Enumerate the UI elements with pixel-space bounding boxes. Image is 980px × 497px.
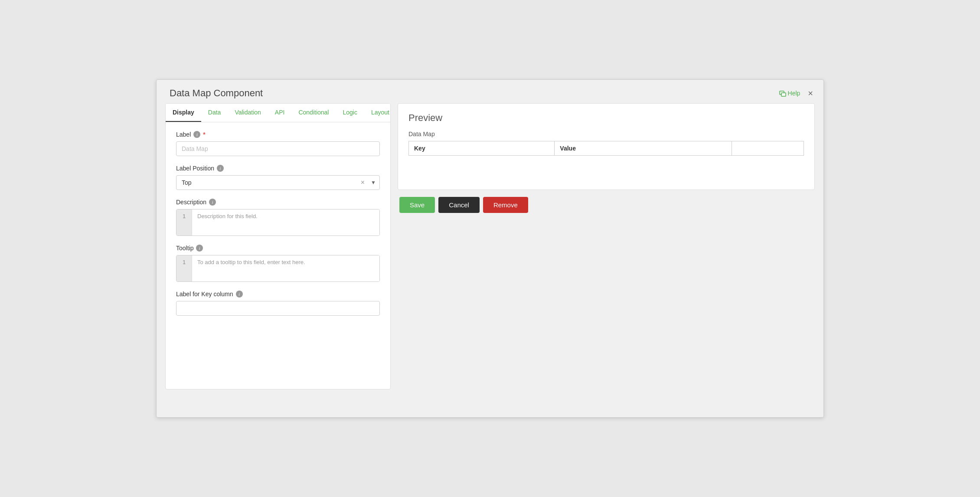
description-label: Description i	[176, 199, 380, 206]
help-label: Help	[788, 90, 800, 97]
tooltip-textarea-wrapper: 1 To add a tooltip to this field, enter …	[176, 255, 380, 282]
select-current-value: Top	[176, 176, 358, 190]
action-buttons: Save Cancel Remove	[398, 197, 815, 213]
preview-table: Key Value	[408, 141, 804, 156]
tooltip-label: Tooltip i	[176, 245, 380, 252]
tab-display[interactable]: Display	[166, 104, 201, 122]
preview-box: Preview Data Map Key Value	[398, 103, 815, 190]
label-help-icon[interactable]: i	[193, 131, 200, 138]
tab-logic[interactable]: Logic	[336, 104, 364, 122]
help-link[interactable]: Help	[779, 90, 800, 97]
label-field-label: Label i *	[176, 131, 380, 138]
tooltip-line-number: 1	[176, 255, 192, 281]
tab-display-content: Label i * Label Position i Top ×	[166, 122, 390, 333]
header-actions: Help ×	[779, 88, 815, 98]
remove-button[interactable]: Remove	[483, 197, 528, 213]
tooltip-form-group: Tooltip i 1 To add a tooltip to this fie…	[176, 245, 380, 282]
key-column-label-form-group: Label for Key column i	[176, 291, 380, 316]
cancel-button[interactable]: Cancel	[438, 197, 480, 213]
tooltip-help-icon[interactable]: i	[196, 245, 203, 252]
description-help-icon[interactable]: i	[209, 199, 216, 206]
tab-layout[interactable]: Layout	[364, 104, 391, 122]
select-clear-icon[interactable]: ×	[358, 179, 367, 186]
label-position-label: Label Position i	[176, 165, 380, 172]
right-panel: Preview Data Map Key Value Save	[398, 103, 815, 389]
tabs-container: Display Data Validation API Conditional …	[166, 104, 390, 122]
save-button[interactable]: Save	[399, 197, 435, 213]
select-dropdown-icon[interactable]: ▼	[367, 180, 379, 186]
tab-data[interactable]: Data	[201, 104, 228, 122]
preview-title: Preview	[408, 112, 804, 124]
preview-table-header-value: Value	[555, 141, 732, 156]
preview-component-label: Data Map	[408, 131, 804, 137]
tooltip-placeholder-text[interactable]: To add a tooltip to this field, enter te…	[192, 255, 379, 281]
tab-validation[interactable]: Validation	[228, 104, 268, 122]
tab-conditional[interactable]: Conditional	[291, 104, 336, 122]
label-position-help-icon[interactable]: i	[217, 165, 224, 172]
help-icon	[779, 90, 786, 97]
key-column-help-icon[interactable]: i	[236, 291, 243, 298]
preview-table-header-key: Key	[409, 141, 555, 156]
description-form-group: Description i 1 Description for this fie…	[176, 199, 380, 236]
close-button[interactable]: ×	[806, 88, 815, 98]
modal-body: Display Data Validation API Conditional …	[157, 103, 823, 398]
label-input[interactable]	[176, 141, 380, 156]
key-column-input[interactable]	[176, 301, 380, 316]
modal-header: Data Map Component Help ×	[157, 80, 823, 103]
description-placeholder-text[interactable]: Description for this field.	[192, 209, 379, 235]
preview-table-header-empty	[732, 141, 804, 156]
key-column-label-label: Label for Key column i	[176, 291, 380, 298]
label-position-select[interactable]: Top × ▼	[176, 175, 380, 190]
svg-rect-1	[781, 93, 786, 96]
required-indicator: *	[203, 131, 205, 138]
tab-api[interactable]: API	[268, 104, 292, 122]
description-line-number: 1	[176, 209, 192, 235]
modal-container: Data Map Component Help × Display Data	[156, 79, 824, 418]
label-position-form-group: Label Position i Top × ▼	[176, 165, 380, 190]
left-panel: Display Data Validation API Conditional …	[165, 103, 391, 389]
modal-title: Data Map Component	[170, 88, 263, 99]
label-form-group: Label i *	[176, 131, 380, 156]
description-textarea-wrapper: 1 Description for this field.	[176, 209, 380, 236]
